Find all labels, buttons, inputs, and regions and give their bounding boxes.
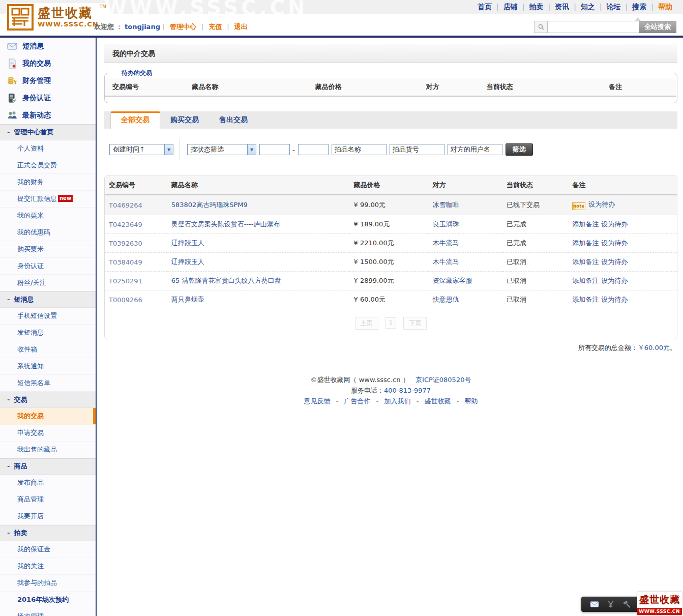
sidebar-item[interactable]: 我的财务 [0,174,96,191]
sidebar-quick-item[interactable]: 最新动态 [0,107,96,124]
column-header: 藏品价格 [350,176,429,195]
sidebar-item[interactable]: 我出售的藏品 [0,442,96,458]
tx-name-cell: 65-清乾隆青花富贵白头纹八方葵口盘 [167,272,350,290]
footer-link[interactable]: 广告合作 [344,397,371,405]
welcome-link[interactable]: 退出 [234,23,248,31]
tab[interactable]: 购买交易 [160,112,209,129]
footer-link[interactable]: 盛世收藏 [424,397,451,405]
logo-text: 盛世收藏 WWW.SSSC.CN [38,4,99,28]
action-link[interactable]: 添加备注 [572,296,599,303]
sort-select[interactable]: 创建时间↑ ▼ [109,144,173,155]
search-input[interactable] [547,21,639,33]
footer-link[interactable]: 加入我们 [384,397,411,405]
current-page-button[interactable]: 1 [385,317,397,329]
corner-logo[interactable]: 盛世收藏 WWW.SSSC.CN [637,592,682,615]
tx-name-link[interactable]: 65-清乾隆青花富贵白头纹八方葵口盘 [171,277,281,284]
new-badge: new [58,195,73,202]
sidebar-item[interactable]: 我要开店 [0,508,96,525]
sidebar-quick-item[interactable]: 我的交易 [0,55,96,72]
tx-name-link[interactable]: 灵璧石文房案头陈设赏石----庐山瀑布 [171,220,280,228]
sidebar-item[interactable]: 粉丝/关注 [0,275,96,291]
tx-party-cell: 木牛流马 [429,234,502,253]
sidebar-item-label: 我的粟米 [17,212,44,219]
action-link[interactable]: 添加备注 [572,220,599,228]
sidebar-item[interactable]: 2016年场次预约 [0,592,96,608]
sidebar-item[interactable]: 申请交易 [0,425,96,442]
sidebar-item[interactable]: 正式会员交费 [0,157,96,174]
footer-link[interactable]: 帮助 [464,397,478,405]
tx-party-link[interactable]: 资深藏家客服 [433,277,472,284]
tx-name-link[interactable]: 583802高古玛瑙珠SPM9 [171,201,248,209]
sidebar-item[interactable]: 商品管理 [0,491,96,508]
sidebar-item[interactable]: 我的粟米 [0,208,96,224]
status-select[interactable]: 按状态筛选 ▼ [187,144,256,155]
sidebar-item[interactable]: 短信黑名单 [0,375,96,392]
sidebar-item-label: 系统通知 [17,362,44,370]
price-from-input[interactable] [259,144,290,155]
search-button[interactable]: 全站搜索 [639,21,676,33]
tx-party-link[interactable]: 木牛流马 [433,239,459,247]
welcome-link[interactable]: 充值 [209,23,222,31]
envelope-icon [7,41,17,51]
next-page-button[interactable]: 下页 [403,317,427,330]
sidebar-quick-item[interactable]: 身份认证 [0,90,96,107]
action-link[interactable]: 设为待办 [601,220,628,228]
sidebar-item[interactable]: 身份认证 [0,258,96,275]
action-link[interactable]: 设为待办 [588,200,615,208]
tx-name-link[interactable]: 两只鼻烟壶 [171,296,204,303]
sidebar-item[interactable]: 场次管理 [0,608,96,616]
sidebar-item[interactable]: 我的优惠码 [0,224,96,241]
tx-party-link[interactable]: 木牛流马 [433,258,459,266]
welcome-link[interactable]: 管理中心 [170,23,196,31]
tx-party-link[interactable]: 快意恩仇 [433,296,459,303]
pending-transactions-box: 待办的交易 交易编号藏品名称藏品价格对方当前状态备注 [104,69,677,103]
sidebar-item[interactable]: 提交汇款信息new [0,191,96,208]
action-link[interactable]: 添加备注 [572,239,599,247]
tx-party-link[interactable]: 冰雪咖啡 [433,201,459,209]
prev-page-button[interactable]: 上页 [355,317,378,330]
sidebar-item[interactable]: 个人资料 [0,140,96,157]
sidebar-item[interactable]: 系统通知 [0,358,96,375]
envelope-icon [590,600,599,609]
tab[interactable]: 全部交易 [110,111,160,129]
sidebar-item[interactable]: 手机短信设置 [0,308,96,325]
footer-link[interactable]: 意见反馈 [304,397,331,405]
tx-party-link[interactable]: 良玉润珠 [433,220,459,228]
action-link[interactable]: 设为待办 [601,239,628,247]
sidebar-item[interactable]: 收件箱 [0,341,96,358]
sidebar-item[interactable]: 我参与的拍品 [0,575,96,592]
sidebar-quick-item[interactable]: 短消息 [0,38,96,55]
tx-name-link[interactable]: 辽摔跤玉人 [171,239,204,247]
sidebar-item-label: 我出售的藏品 [17,446,57,453]
item-sku-input[interactable] [390,144,444,155]
sidebar-quick-label: 最新动态 [22,111,51,120]
icp-link[interactable]: 京ICP证080520号 [415,376,471,384]
sidebar-quick-item[interactable]: 财务管理 [0,72,96,90]
site-search: 全站搜索 [534,21,676,33]
tx-name-link[interactable]: 辽摔跤玉人 [171,258,204,266]
tx-status: 已完成 [502,234,568,253]
sidebar-item[interactable]: 发布商品 [0,475,96,491]
tab[interactable]: 售出交易 [209,112,258,129]
sidebar-item[interactable]: 我的关注 [0,558,96,575]
sidebar-item[interactable]: 发短消息 [0,325,96,341]
sidebar-item[interactable]: 我的交易 [0,408,96,425]
action-link[interactable]: 设为待办 [601,277,628,284]
tx-actions: 添加备注设为待办 [568,272,677,290]
action-link[interactable]: 添加备注 [572,258,599,266]
total-suffix: 。 [670,344,676,351]
transactions-table: 交易编号藏品名称藏品价格对方当前状态备注 T0469264583802高古玛瑙珠… [105,176,677,309]
seal-icon [7,4,34,31]
note-icon[interactable]: note [572,202,585,210]
price-to-input[interactable] [298,144,329,155]
sidebar-item-label: 提交汇款信息 [17,195,57,202]
sidebar-item[interactable]: 我的保证金 [0,541,96,558]
action-link[interactable]: 添加备注 [572,277,599,284]
sidebar-item[interactable]: 购买粟米 [0,241,96,258]
item-name-input[interactable] [332,144,387,155]
filter-button[interactable]: 筛选 [506,143,533,156]
counterparty-input[interactable] [448,144,502,155]
action-link[interactable]: 设为待办 [601,258,628,266]
separator: | [227,23,229,31]
action-link[interactable]: 设为待办 [601,296,628,303]
